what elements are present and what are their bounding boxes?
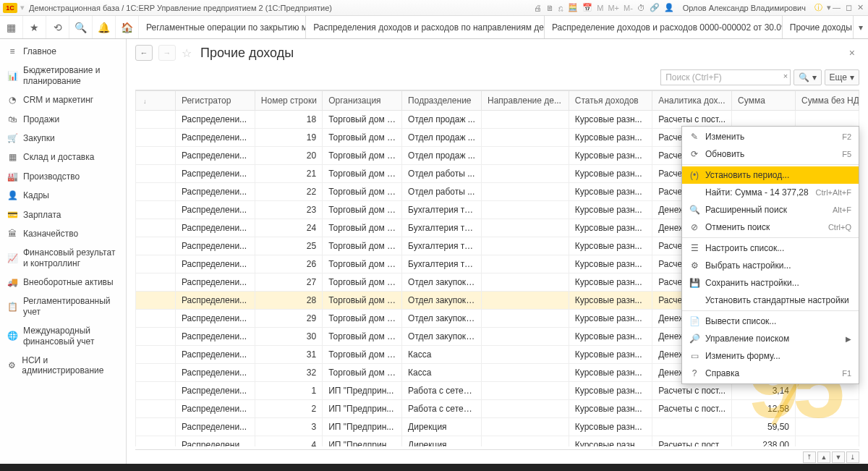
sidebar-item-14[interactable]: ⚙НСИ и администрирование: [0, 351, 126, 381]
back-button[interactable]: ←: [135, 45, 153, 61]
print-icon[interactable]: 🖨: [534, 4, 542, 12]
menu-item-0[interactable]: ✎ИзменитьF2: [682, 128, 859, 145]
nav-label: НСИ и администрирование: [22, 355, 119, 376]
sidebar-item-5[interactable]: ▦Склад и доставка: [0, 148, 126, 166]
cell: Распределени...: [175, 436, 255, 447]
sidebar-item-4[interactable]: 🛒Закупки: [0, 129, 126, 148]
cell: Торговый дом "...: [323, 273, 402, 292]
tab-1[interactable]: Распределения доходов и расходов по напр…: [306, 16, 545, 38]
search-tool-icon[interactable]: 🔍: [69, 16, 93, 38]
tabs-overflow-icon[interactable]: ▾: [854, 16, 868, 38]
tab-3[interactable]: Прочие доходы×: [783, 16, 854, 38]
more-button[interactable]: Еще▾: [825, 69, 859, 85]
column-header-0[interactable]: ↓: [136, 91, 176, 111]
goto-bottom-icon[interactable]: ⤓: [846, 451, 859, 463]
window-maximize-icon[interactable]: ◻: [846, 3, 852, 12]
cell: [481, 165, 569, 183]
menu-item-6[interactable]: ⊘Отменить поискCtrl+Q: [682, 218, 859, 236]
window-minimize-icon[interactable]: —: [833, 3, 841, 12]
sidebar-item-7[interactable]: 👤Кадры: [0, 186, 126, 205]
sidebar-item-11[interactable]: 🚚Внеоборотные активы: [0, 273, 126, 292]
cell: ИП "Предприн...: [323, 400, 402, 418]
scroll-down-icon[interactable]: ▼: [832, 451, 845, 463]
window-close-icon[interactable]: ✕: [857, 3, 864, 12]
menu-item-15[interactable]: ▭Изменить форму...: [682, 347, 859, 365]
sidebar-item-3[interactable]: 🛍Продажи: [0, 110, 126, 129]
calculator-icon[interactable]: 🧮: [568, 3, 578, 12]
cell: Торговый дом "...: [323, 165, 402, 183]
column-header-7[interactable]: Аналитика дох...: [652, 91, 732, 111]
column-header-1[interactable]: Регистратор: [175, 91, 255, 111]
menu-item-1[interactable]: ⟳ОбновитьF5: [682, 145, 859, 163]
clear-search-icon[interactable]: ×: [783, 72, 788, 80]
column-header-5[interactable]: Направление де...: [481, 91, 569, 111]
search-button[interactable]: 🔍 ▾: [793, 69, 821, 85]
favorite-star-icon[interactable]: ☆: [182, 46, 192, 60]
table-row[interactable]: Распределени...1ИП "Предприн...Работа с …: [136, 382, 859, 400]
tab-0[interactable]: Регламентные операции по закрытию месяца…: [139, 16, 306, 38]
menu-item-14[interactable]: 🔎Управление поиском▶: [682, 330, 859, 347]
cell: 29: [255, 310, 322, 328]
cell: Дирекция: [402, 436, 482, 447]
goto-top-icon[interactable]: ⤒: [803, 451, 816, 463]
calendar-icon[interactable]: 📅: [582, 3, 592, 12]
clock-icon[interactable]: ⏱: [637, 4, 645, 12]
link-icon[interactable]: 🔗: [650, 3, 660, 12]
cell: Курсовые разн...: [569, 436, 652, 447]
save-icon[interactable]: 🗎: [546, 4, 554, 12]
history-icon[interactable]: ⟲: [46, 16, 69, 38]
menu-icon: 🔍: [689, 205, 699, 215]
menu-item-10[interactable]: 💾Сохранить настройки...: [682, 274, 859, 292]
column-header-6[interactable]: Статья доходов: [569, 91, 652, 111]
menu-item-3[interactable]: (•)Установить период...: [682, 166, 859, 184]
notifications-icon[interactable]: 🔔: [93, 16, 116, 38]
menu-item-13[interactable]: 📄Вывести список...: [682, 313, 859, 330]
compare-icon[interactable]: ⎌: [558, 4, 563, 12]
forward-button[interactable]: →: [158, 45, 176, 61]
menu-item-11[interactable]: Установить стандартные настройки: [682, 292, 859, 309]
cell: Курсовые разн...: [569, 201, 652, 219]
sidebar-item-1[interactable]: 📊Бюджетирование и планирование: [0, 61, 126, 90]
sidebar-item-10[interactable]: 📈Финансовый результат и контроллинг: [0, 243, 126, 273]
titlebar-dropdown-icon[interactable]: ▾: [20, 3, 25, 12]
cell: Бухгалтерия то...: [402, 237, 482, 255]
sidebar-item-8[interactable]: 💳Зарплата: [0, 205, 126, 224]
menu-item-4[interactable]: Найти: Сумма - 14 377,28Ctrl+Alt+F: [682, 184, 859, 201]
sidebar-item-9[interactable]: 🏛Казначейство: [0, 224, 126, 243]
m-icon[interactable]: M: [597, 4, 603, 12]
tab-2[interactable]: Распределение доходов и расходов 0000-00…: [545, 16, 783, 38]
menu-item-8[interactable]: ☰Настроить список...: [682, 239, 859, 257]
column-header-4[interactable]: Подразделение: [402, 91, 482, 111]
sidebar-item-12[interactable]: 📋Регламентированный учет: [0, 292, 126, 321]
sidebar-item-6[interactable]: 🏭Производство: [0, 167, 126, 186]
menu-item-9[interactable]: ⚙Выбрать настройки...: [682, 257, 859, 274]
m-plus-icon[interactable]: M+: [608, 4, 619, 12]
sidebar-item-2[interactable]: ◔CRM и маркетинг: [0, 90, 126, 109]
column-header-9[interactable]: Сумма без НДС: [796, 91, 859, 111]
menu-item-5[interactable]: 🔍Расширенный поискAlt+F: [682, 201, 859, 218]
menu-item-16[interactable]: ?СправкаF1: [682, 365, 859, 382]
sidebar-item-13[interactable]: 🌐Международный финансовый учет: [0, 321, 126, 351]
apps-icon[interactable]: ▦: [0, 16, 23, 38]
column-header-3[interactable]: Организация: [323, 91, 402, 111]
close-page-button[interactable]: ×: [845, 47, 859, 59]
tab-label: Прочие доходы: [790, 22, 852, 33]
cell: Распределени...: [175, 273, 255, 292]
cell: 32: [255, 364, 322, 382]
favorites-icon[interactable]: ★: [23, 16, 46, 38]
table-row[interactable]: Распределени...2ИП "Предприн...Работа с …: [136, 400, 859, 418]
search-input[interactable]: [660, 69, 791, 85]
nav-icon: 🏭: [7, 171, 17, 182]
info-icon[interactable]: ⓘ: [814, 2, 822, 13]
scroll-up-icon[interactable]: ▲: [817, 451, 830, 463]
current-user[interactable]: Орлов Александр Владимирович: [683, 4, 806, 12]
table-row[interactable]: Распределени...3ИП "Предприн...ДирекцияК…: [136, 418, 859, 436]
cell: Торговый дом "...: [323, 219, 402, 237]
table-row[interactable]: Распределени...4ИП "Предприн...ДирекцияК…: [136, 436, 859, 447]
column-header-8[interactable]: Сумма: [732, 91, 796, 111]
home-icon[interactable]: 🏠: [116, 16, 139, 38]
sidebar-item-0[interactable]: ≡Главное: [0, 42, 126, 61]
m-minus-icon[interactable]: M-: [624, 4, 633, 12]
cell: [481, 310, 569, 328]
column-header-2[interactable]: Номер строки: [255, 91, 322, 111]
